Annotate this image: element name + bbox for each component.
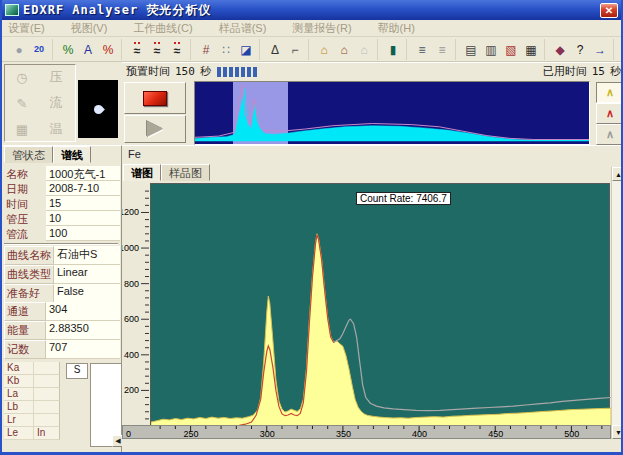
field-label: 准备好 xyxy=(4,284,54,303)
tube-temp-button: 温 xyxy=(43,120,69,138)
chart-window-button[interactable]: ◪ xyxy=(236,40,256,59)
help-book-button[interactable]: ◆ xyxy=(550,40,570,59)
field-label: 时间 xyxy=(4,196,46,211)
print-setup-button[interactable]: ▥ xyxy=(481,40,501,59)
gain-adjust-icon: A xyxy=(84,44,92,56)
scroll-up-button[interactable]: ▲ xyxy=(612,167,623,181)
recent-sample-icon: ⌂ xyxy=(360,44,367,56)
menu-item-5[interactable]: 帮助(H) xyxy=(378,21,415,36)
spectrum-delete-button[interactable]: ≈ xyxy=(167,40,187,59)
toolbar-group-1: %A% xyxy=(55,39,122,60)
list-settings-button[interactable]: ≡ xyxy=(412,40,432,59)
open-sample-button[interactable]: ⌂ xyxy=(314,40,334,59)
tube-voltage-icon: 压 xyxy=(50,68,63,86)
line-value xyxy=(34,388,60,401)
list-view-button[interactable]: ≡ xyxy=(432,40,452,59)
show-measured-peak-icon: ∧ xyxy=(606,86,614,99)
svg-text:800: 800 xyxy=(124,279,139,289)
open-sample-icon: ⌂ xyxy=(320,44,327,56)
y-axis-ruler: 20040060080010001200 xyxy=(122,183,150,425)
exit-button[interactable]: → xyxy=(590,40,610,59)
gain-adjust-button[interactable]: A xyxy=(78,40,98,59)
titlebar[interactable]: EDXRF Analyser 荧光分析仪 ✕ xyxy=(2,0,621,20)
x-axis-ruler: 2503003504004505000 xyxy=(122,425,611,439)
show-fit-peak-button[interactable]: ∧ xyxy=(596,103,623,124)
element-symbol-cell[interactable]: S xyxy=(66,363,88,379)
tab-谱线[interactable]: 谱线 xyxy=(53,146,91,163)
svg-text:400: 400 xyxy=(124,350,139,360)
toolbar-group-9: ◆?→ xyxy=(547,39,614,60)
menu-item-0[interactable]: 设置(E) xyxy=(8,21,45,36)
shift-spectrum-button[interactable]: ⌐ xyxy=(285,40,305,59)
shift-spectrum-icon: ⌐ xyxy=(291,44,298,56)
field-label: 日期 xyxy=(4,181,46,196)
line-symbol: Lr xyxy=(4,414,34,427)
calibrate-grid-button[interactable]: # xyxy=(196,40,216,59)
tab-样品图[interactable]: 样品图 xyxy=(161,164,210,181)
stop-button[interactable] xyxy=(124,82,186,114)
line-symbol: La xyxy=(4,388,34,401)
progress-segment xyxy=(229,67,233,77)
tube-status-button[interactable]: ▮ xyxy=(383,40,403,59)
spectrum-overlay-button[interactable]: ≈ xyxy=(147,40,167,59)
tab-管状态[interactable]: 管状态 xyxy=(4,146,53,163)
emission-lines-panel: KaKbLaLbLrLeIn S ◀ xyxy=(4,362,120,450)
print-preview-button[interactable]: ▧ xyxy=(501,40,521,59)
clock-icon: ◷ xyxy=(16,70,27,85)
preset-time-label: 预置时间 xyxy=(126,64,170,79)
recent-sample-button[interactable]: ⌂ xyxy=(354,40,374,59)
control-strip: ◷✎▦ 压流温 xyxy=(2,62,122,146)
start-button[interactable] xyxy=(124,115,186,143)
close-icon: ✕ xyxy=(605,5,613,16)
calculator-button[interactable]: ▦ xyxy=(521,40,541,59)
measure-timer-button[interactable]: 20 xyxy=(29,40,49,59)
field-row: 记数707 xyxy=(4,340,120,359)
ratio-button[interactable]: % xyxy=(98,40,118,59)
peak-identify-button[interactable]: Δ xyxy=(265,40,285,59)
show-measured-peak-button[interactable]: ∧ xyxy=(596,82,623,103)
field-label: 记数 xyxy=(4,340,46,359)
spectrum-preview[interactable] xyxy=(194,81,590,145)
field-value: 2.88350 xyxy=(46,321,120,340)
toolbar-group-3: #∷◪ xyxy=(193,39,260,60)
close-button[interactable]: ✕ xyxy=(600,3,618,18)
menu-item-2[interactable]: 工作曲线(C) xyxy=(133,21,192,36)
list-view-icon: ≡ xyxy=(438,44,445,56)
x-axis-ticks-svg: 2503003504004505000 xyxy=(123,426,610,438)
progress-bar xyxy=(217,67,257,77)
svg-text:450: 450 xyxy=(488,429,503,438)
field-row: 曲线类型Linear xyxy=(4,265,120,284)
plot-area[interactable]: Count Rate: 7406.7 xyxy=(150,183,610,425)
spectrum-new-button[interactable]: ≈ xyxy=(127,40,147,59)
menu-item-1[interactable]: 视图(V) xyxy=(71,21,108,36)
chart-window-icon: ◪ xyxy=(240,44,251,56)
line-symbol: Lb xyxy=(4,401,34,414)
dotted-grid-button[interactable]: ∷ xyxy=(216,40,236,59)
scroll-down-button[interactable]: ▼ xyxy=(612,425,623,439)
spectrum-panel: Fe 谱图样品图 20040060080010001200 Count Rate… xyxy=(122,145,623,452)
show-compare-peak-button[interactable]: ∧ xyxy=(596,124,623,145)
print-button[interactable]: ▤ xyxy=(461,40,481,59)
toolbar-group-7: ≡≡ xyxy=(409,39,456,60)
peak-identify-icon: Δ xyxy=(271,44,279,56)
tube-current-button: 流 xyxy=(43,94,69,112)
menu-item-3[interactable]: 样品谱(S) xyxy=(219,21,267,36)
spectrum-new-icon: ≈ xyxy=(134,42,141,57)
context-help-button[interactable]: ? xyxy=(570,40,590,59)
edit-icon: ✎ xyxy=(17,96,28,111)
menu-item-4[interactable]: 测量报告(R) xyxy=(292,21,351,36)
xray-tube-button[interactable]: ● xyxy=(9,40,29,59)
percent-calibration-button[interactable]: % xyxy=(58,40,78,59)
field-value: 15 xyxy=(46,196,120,211)
progress-segment xyxy=(223,67,227,77)
tube-current-icon: 流 xyxy=(50,94,63,112)
vertical-scrollbar[interactable]: ▲ ▼ xyxy=(611,167,623,439)
save-sample-button[interactable]: ⌂ xyxy=(334,40,354,59)
field-row: 名称1000充气-1 xyxy=(4,166,120,181)
svg-text:1000: 1000 xyxy=(122,243,139,253)
current-element-label: Fe xyxy=(128,148,141,160)
tab-谱图[interactable]: 谱图 xyxy=(123,164,161,181)
field-value: 石油中S xyxy=(54,246,120,265)
peak-view-buttons: ∧∧∧ xyxy=(596,82,623,145)
field-value: 707 xyxy=(46,340,120,359)
